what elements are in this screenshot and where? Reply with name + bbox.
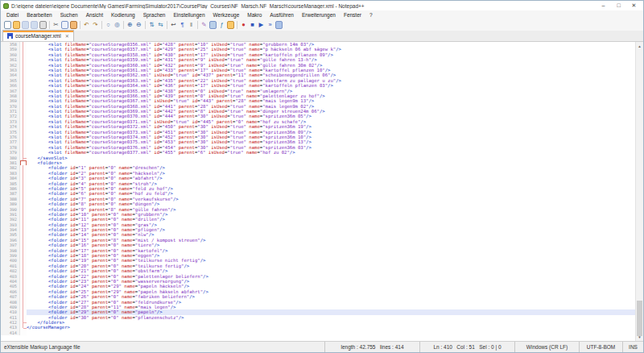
cut-icon[interactable]: ✂ [52, 21, 60, 29]
define-language-icon[interactable]: ✎ [200, 21, 208, 29]
menu-item-ausfuehren[interactable]: Ausführen [266, 10, 298, 19]
document-map-icon[interactable] [209, 21, 217, 29]
toolbar-separator [123, 21, 124, 29]
menu-item-fenster[interactable]: Fenster [340, 10, 365, 19]
notepad-plus-plus-window: D:\eigene dateien\eigene Documente\My Ga… [0, 0, 644, 353]
tab-bar: courseManager.xml ✕ [1, 31, 643, 42]
title-bar: D:\eigene dateien\eigene Documente\My Ga… [1, 1, 643, 10]
word-wrap-icon[interactable]: ↩ [170, 21, 177, 29]
active-tab-accent [3, 31, 73, 32]
status-bar: eXtensible Markup Language file length :… [1, 341, 643, 352]
close-button[interactable]: ✕ [626, 1, 642, 10]
saved-file-icon [7, 33, 13, 39]
status-encoding[interactable]: UTF-8-BOM [579, 342, 622, 352]
menu-item-kodierung[interactable]: Kodierung [107, 10, 139, 19]
code-text[interactable] [27, 330, 635, 335]
record-macro-icon[interactable]: ● [240, 21, 247, 29]
function-list-icon[interactable]: ƒ [218, 21, 225, 29]
menu-item-werkzeuge[interactable]: Werkzeuge [209, 10, 244, 19]
menu-item-bearbeiten[interactable]: Bearbeiten [23, 10, 56, 19]
editor: 358 <slot fileName="courseStorage0356.xm… [1, 42, 643, 341]
indent-guide-icon[interactable]: ‖ [188, 21, 195, 29]
menu-item-suchen[interactable]: Suchen [56, 10, 82, 19]
tab-label: courseManager.xml [15, 33, 61, 39]
menu-bar: DateiBearbeitenSuchenAnsichtKodierungSpr… [1, 10, 643, 19]
save-icon[interactable] [22, 21, 29, 29]
status-length-lines: length : 42.755 lines : 414 [324, 342, 419, 352]
copy-icon[interactable] [61, 21, 68, 29]
menu-item-datei[interactable]: Datei [2, 10, 23, 19]
fold-margin [20, 330, 27, 335]
scrollbar-thumb[interactable] [637, 301, 642, 336]
menu-item-makro[interactable]: Makro [243, 10, 266, 19]
toolbar-separator [237, 21, 237, 29]
folder-workspace-icon[interactable] [227, 21, 234, 29]
toolbar-separator [167, 21, 167, 29]
paste-icon[interactable] [70, 21, 77, 29]
show-all-chars-icon[interactable]: ¶ [179, 21, 186, 29]
toolbar-separator [145, 21, 146, 29]
line-number: 414 [1, 330, 20, 335]
menu-item-erweiterungen[interactable]: Erweiterungen [298, 10, 340, 19]
zoom-in-icon[interactable]: ⊕ [126, 21, 134, 29]
code-area[interactable]: 358 <slot fileName="courseStorage0356.xm… [1, 42, 635, 341]
toolbar-separator [80, 21, 80, 29]
status-eol-format[interactable]: Windows (CR LF) [514, 342, 579, 352]
toolbar-separator [49, 21, 50, 29]
status-insert-mode[interactable]: INS [622, 342, 643, 352]
zoom-out-icon[interactable]: ⊖ [135, 21, 142, 29]
save-all-icon[interactable] [31, 21, 38, 29]
scroll-up-arrow-icon[interactable]: ▲ [636, 42, 643, 50]
window-controls: – □ ✕ [596, 1, 642, 10]
toolbar-separator [197, 21, 198, 29]
toolbar-separator [101, 21, 102, 29]
find-replace-icon[interactable]: ◎ [114, 21, 121, 29]
open-folder-icon[interactable] [13, 21, 20, 29]
sync-horizontal-icon[interactable]: ⇆ [157, 21, 164, 29]
status-doc-type: eXtensible Markup Language file [1, 342, 324, 352]
sync-vertical-icon[interactable]: ⇅ [148, 21, 155, 29]
stop-macro-icon[interactable]: ■ [249, 21, 256, 29]
code-line: 414 [1, 330, 635, 335]
restore-button[interactable]: □ [611, 1, 626, 10]
find-icon[interactable]: ○ [105, 21, 112, 29]
tab-close-icon[interactable]: ✕ [65, 33, 69, 39]
scroll-down-arrow-icon[interactable]: ▼ [636, 333, 643, 341]
window-title: D:\eigene dateien\eigene Documente\My Ga… [11, 3, 596, 9]
menu-item-sprachen[interactable]: Sprachen [139, 10, 170, 19]
notepad-plus-plus-icon [3, 3, 9, 9]
redo-icon[interactable]: ↷ [92, 21, 99, 29]
toolbar: ✂↶↷○◎⊕⊖⇅⇆↩¶‖✎ƒ●■▶» [1, 19, 643, 31]
new-file-icon[interactable] [4, 21, 11, 29]
save-macro-icon[interactable] [275, 21, 283, 29]
minimize-button[interactable]: – [596, 1, 611, 10]
status-cursor-position: Ln : 410 Col : 51 Sel : 0 | 0 [419, 342, 514, 352]
vertical-scrollbar[interactable]: ▲ ▼ [635, 42, 643, 341]
menu-item-ansicht[interactable]: Ansicht [82, 10, 107, 19]
undo-icon[interactable]: ↶ [83, 21, 90, 29]
menu-item-help[interactable]: ? [365, 10, 377, 19]
play-macro-icon[interactable]: ▶ [258, 21, 265, 29]
run-macro-multiple-icon[interactable]: » [266, 21, 274, 29]
menu-item-einstellungen[interactable]: Einstellungen [169, 10, 208, 19]
tab-coursemanager-xml[interactable]: courseManager.xml ✕ [2, 30, 74, 41]
print-icon[interactable] [39, 21, 47, 29]
